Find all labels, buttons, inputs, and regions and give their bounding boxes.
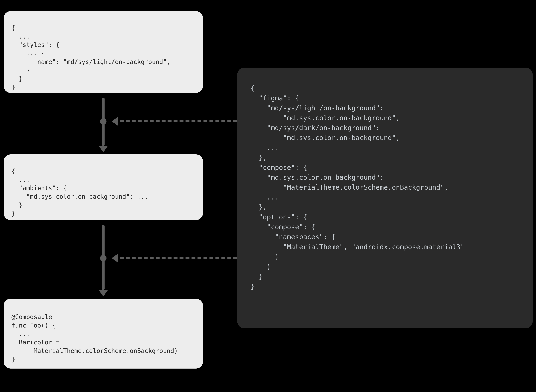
figma-styles-code: { ... "styles": { ... { "name": "md/sys/… — [11, 24, 195, 92]
config-to-step1-dash — [120, 120, 237, 122]
diagram-stage: { ... "styles": { ... { "name": "md/sys/… — [0, 0, 536, 392]
figma-styles-json-box: { ... "styles": { ... { "name": "md/sys/… — [4, 11, 203, 93]
compose-output-box: @Composable func Foo() { ... Bar(color =… — [4, 299, 203, 369]
arrow-1-head-icon — [98, 146, 108, 152]
ambients-json-box: { ... "ambients": { "md.sys.color.on-bac… — [4, 154, 203, 220]
config-to-step1-head-icon — [112, 117, 118, 126]
arrow-2-merge-node-icon — [100, 255, 107, 261]
ambients-code: { ... "ambients": { "md.sys.color.on-bac… — [11, 167, 195, 218]
config-to-step2-head-icon — [112, 253, 118, 263]
arrow-2-head-icon — [98, 290, 108, 297]
config-to-step2-dash — [120, 257, 237, 259]
arrow-1-merge-node-icon — [100, 118, 107, 125]
mapping-config-box: { "figma": { "md/sys/light/on-background… — [237, 68, 533, 328]
mapping-config-code: { "figma": { "md/sys/light/on-background… — [251, 83, 519, 291]
compose-output-code: @Composable func Foo() { ... Bar(color =… — [11, 313, 195, 364]
